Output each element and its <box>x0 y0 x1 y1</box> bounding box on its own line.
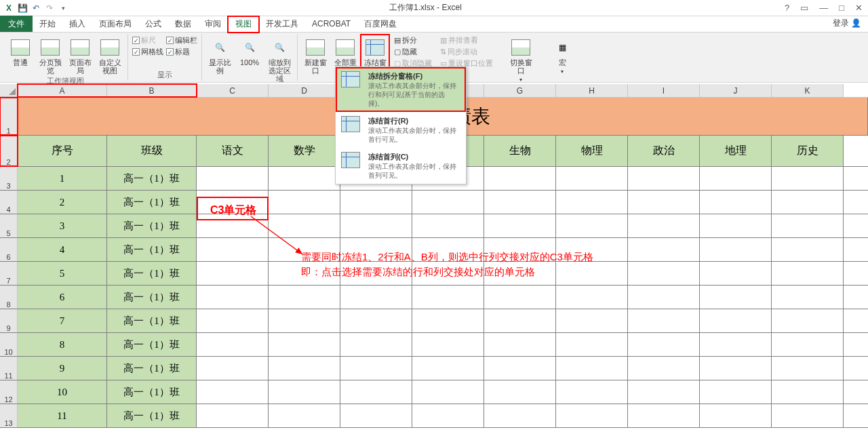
data-cell[interactable] <box>484 286 556 309</box>
data-cell[interactable]: 4 <box>18 238 107 261</box>
data-cell[interactable] <box>340 214 412 237</box>
help-icon[interactable]: ? <box>782 3 792 13</box>
data-cell[interactable] <box>700 238 772 261</box>
data-cell[interactable] <box>772 357 844 380</box>
data-cell[interactable] <box>484 214 556 237</box>
data-cell[interactable] <box>412 309 484 332</box>
header-cell[interactable]: 物理 <box>556 136 628 166</box>
data-cell[interactable] <box>269 262 340 285</box>
data-cell[interactable] <box>556 238 628 261</box>
row-header[interactable]: 4 <box>0 191 18 214</box>
row-header[interactable]: 1 <box>0 98 18 135</box>
data-cell[interactable] <box>556 404 628 427</box>
data-cell[interactable] <box>700 167 772 190</box>
save-icon[interactable]: 💾 <box>16 2 28 14</box>
col-header[interactable]: D <box>269 84 340 97</box>
header-cell[interactable]: 地理 <box>700 136 772 166</box>
data-cell[interactable]: 高一（1）班 <box>107 214 197 237</box>
data-cell[interactable] <box>628 380 700 404</box>
btn-100pct[interactable]: 🔍100% <box>236 35 263 68</box>
tab-pagelayout[interactable]: 页面布局 <box>92 16 138 32</box>
btn-normal-view[interactable]: 普通 <box>7 35 34 68</box>
btn-pagebreak-preview[interactable]: 分页预览 <box>37 35 64 76</box>
tab-insert[interactable]: 插入 <box>62 16 92 32</box>
data-cell[interactable] <box>269 357 340 380</box>
data-cell[interactable] <box>628 214 700 237</box>
col-header[interactable]: I <box>628 84 700 97</box>
data-cell[interactable] <box>700 262 772 285</box>
data-cell[interactable] <box>197 380 269 404</box>
header-cell[interactable]: 生物 <box>484 136 556 166</box>
data-cell[interactable] <box>772 309 844 332</box>
data-cell[interactable] <box>484 167 556 190</box>
data-cell[interactable] <box>628 333 700 356</box>
data-cell[interactable]: 8 <box>18 333 107 356</box>
data-cell[interactable] <box>628 262 700 285</box>
data-cell[interactable] <box>484 357 556 380</box>
data-cell[interactable] <box>412 262 484 285</box>
btn-page-layout[interactable]: 页面布局 <box>66 35 94 76</box>
row-header[interactable]: 10 <box>0 333 18 356</box>
data-cell[interactable] <box>700 404 772 427</box>
data-cell[interactable] <box>197 214 269 237</box>
data-cell[interactable] <box>484 404 556 427</box>
btn-hide[interactable]: ▢ 隐藏 <box>394 47 432 57</box>
header-cell[interactable]: 历史 <box>772 136 844 166</box>
data-cell[interactable] <box>484 333 556 356</box>
data-cell[interactable]: 高一（1）班 <box>107 262 197 285</box>
data-cell[interactable]: 高一（1）班 <box>107 380 197 404</box>
header-cell[interactable]: 数学 <box>269 136 340 166</box>
data-cell[interactable] <box>556 191 628 214</box>
data-cell[interactable] <box>412 380 484 404</box>
data-cell[interactable] <box>340 286 412 309</box>
data-cell[interactable] <box>484 380 556 404</box>
data-cell[interactable] <box>556 286 628 309</box>
btn-zoom-selection[interactable]: 🔍缩放到选定区域 <box>266 35 293 84</box>
header-cell[interactable]: 序号 <box>18 136 107 166</box>
data-cell[interactable] <box>197 357 269 380</box>
data-cell[interactable] <box>340 404 412 427</box>
data-cell[interactable]: 高一（1）班 <box>107 167 197 190</box>
data-cell[interactable] <box>269 380 340 404</box>
data-cell[interactable] <box>484 191 556 214</box>
data-cell[interactable] <box>412 404 484 427</box>
data-cell[interactable]: 高一（1）班 <box>107 309 197 332</box>
data-cell[interactable] <box>412 357 484 380</box>
data-cell[interactable] <box>700 191 772 214</box>
col-header[interactable]: H <box>556 84 628 97</box>
data-cell[interactable] <box>628 167 700 190</box>
row-header[interactable]: 11 <box>0 357 18 380</box>
data-cell[interactable] <box>197 191 269 214</box>
data-cell[interactable] <box>197 167 269 190</box>
data-cell[interactable] <box>700 309 772 332</box>
btn-split[interactable]: ▤ 拆分 <box>394 35 432 45</box>
tab-view[interactable]: 视图 <box>228 16 259 33</box>
data-cell[interactable] <box>556 309 628 332</box>
redo-icon[interactable]: ↷ <box>43 2 56 14</box>
data-cell[interactable]: 6 <box>18 286 107 309</box>
data-cell[interactable] <box>197 238 269 261</box>
data-cell[interactable] <box>628 191 700 214</box>
maximize-icon[interactable]: □ <box>836 3 847 13</box>
data-cell[interactable] <box>556 262 628 285</box>
data-cell[interactable] <box>772 262 844 285</box>
btn-switch-windows[interactable]: 切换窗口▾ <box>507 35 534 85</box>
chk-headings[interactable]: ✓标题 <box>166 47 197 57</box>
menu-freeze-top-row[interactable]: 冻结首行(R)滚动工作表其余部分时，保持首行可见。 <box>336 112 466 148</box>
data-cell[interactable]: 11 <box>18 404 107 427</box>
row-header[interactable]: 7 <box>0 262 18 285</box>
qat-dropdown-icon[interactable]: ▾ <box>57 2 69 14</box>
data-cell[interactable] <box>628 238 700 261</box>
login-link[interactable]: 登录 👤 <box>826 15 868 32</box>
data-cell[interactable] <box>556 167 628 190</box>
data-cell[interactable]: 2 <box>18 191 107 214</box>
data-cell[interactable]: 5 <box>18 262 107 285</box>
data-cell[interactable]: 7 <box>18 309 107 332</box>
data-cell[interactable] <box>772 333 844 356</box>
data-cell[interactable] <box>269 214 340 237</box>
data-cell[interactable] <box>772 380 844 404</box>
btn-new-window[interactable]: 新建窗口 <box>302 35 329 76</box>
data-cell[interactable] <box>269 309 340 332</box>
data-cell[interactable] <box>197 262 269 285</box>
col-header[interactable]: K <box>772 84 844 97</box>
